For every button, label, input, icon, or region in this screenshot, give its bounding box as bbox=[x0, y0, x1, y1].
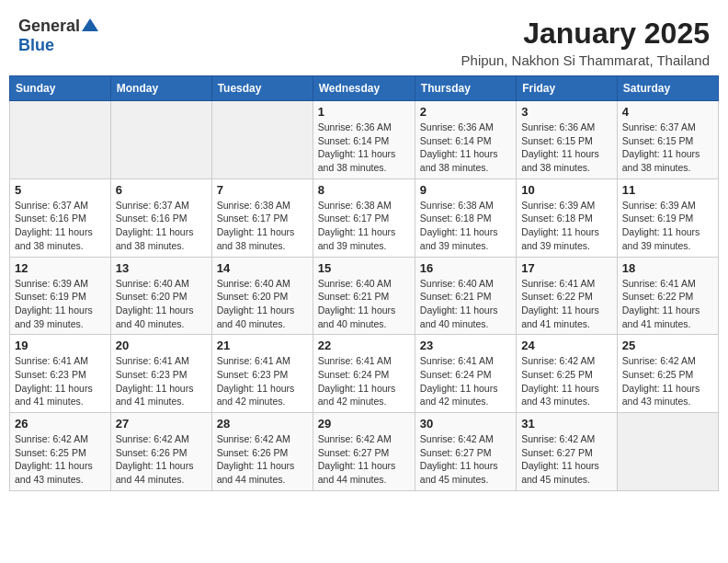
cell-day-number: 7 bbox=[217, 183, 308, 197]
calendar-cell: 12Sunrise: 6:39 AM Sunset: 6:19 PM Dayli… bbox=[10, 257, 111, 335]
calendar-week-row: 19Sunrise: 6:41 AM Sunset: 6:23 PM Dayli… bbox=[10, 335, 719, 413]
cell-day-number: 6 bbox=[116, 183, 207, 197]
cell-daylight-info: Sunrise: 6:42 AM Sunset: 6:27 PM Dayligh… bbox=[318, 432, 410, 487]
calendar-cell: 19Sunrise: 6:41 AM Sunset: 6:23 PM Dayli… bbox=[10, 335, 111, 413]
cell-daylight-info: Sunrise: 6:42 AM Sunset: 6:25 PM Dayligh… bbox=[15, 432, 106, 487]
calendar-cell: 13Sunrise: 6:40 AM Sunset: 6:20 PM Dayli… bbox=[110, 257, 211, 335]
cell-daylight-info: Sunrise: 6:41 AM Sunset: 6:24 PM Dayligh… bbox=[318, 354, 410, 408]
calendar-cell: 25Sunrise: 6:42 AM Sunset: 6:25 PM Dayli… bbox=[617, 335, 718, 413]
cell-day-number: 24 bbox=[521, 339, 612, 352]
cell-daylight-info: Sunrise: 6:40 AM Sunset: 6:21 PM Dayligh… bbox=[318, 277, 410, 331]
calendar-cell: 24Sunrise: 6:42 AM Sunset: 6:25 PM Dayli… bbox=[517, 335, 618, 413]
calendar-week-row: 5Sunrise: 6:37 AM Sunset: 6:16 PM Daylig… bbox=[10, 178, 719, 257]
cell-day-number: 9 bbox=[420, 183, 511, 197]
cell-day-number: 28 bbox=[217, 417, 308, 431]
cell-day-number: 15 bbox=[318, 261, 410, 275]
calendar-cell: 21Sunrise: 6:41 AM Sunset: 6:23 PM Dayli… bbox=[211, 335, 313, 413]
cell-daylight-info: Sunrise: 6:41 AM Sunset: 6:23 PM Dayligh… bbox=[217, 354, 308, 408]
cell-day-number: 30 bbox=[420, 417, 511, 431]
cell-day-number: 13 bbox=[116, 261, 207, 275]
cell-day-number: 29 bbox=[318, 417, 410, 431]
cell-daylight-info: Sunrise: 6:42 AM Sunset: 6:26 PM Dayligh… bbox=[116, 432, 207, 487]
cell-daylight-info: Sunrise: 6:37 AM Sunset: 6:16 PM Dayligh… bbox=[116, 199, 207, 253]
weekday-header: Tuesday bbox=[211, 76, 313, 101]
title-block: January 2025 Phipun, Nakhon Si Thammarat… bbox=[461, 17, 710, 68]
cell-daylight-info: Sunrise: 6:39 AM Sunset: 6:19 PM Dayligh… bbox=[622, 199, 713, 253]
calendar-cell: 23Sunrise: 6:41 AM Sunset: 6:24 PM Dayli… bbox=[415, 335, 516, 413]
month-title: January 2025 bbox=[461, 17, 710, 51]
page-header: General Blue January 2025 Phipun, Nakhon… bbox=[9, 9, 719, 72]
cell-day-number: 18 bbox=[622, 261, 713, 275]
cell-day-number: 4 bbox=[622, 105, 713, 119]
calendar-cell: 8Sunrise: 6:38 AM Sunset: 6:17 PM Daylig… bbox=[313, 178, 415, 257]
calendar-cell bbox=[10, 101, 111, 179]
calendar-cell: 11Sunrise: 6:39 AM Sunset: 6:19 PM Dayli… bbox=[617, 178, 718, 257]
weekday-header: Friday bbox=[517, 76, 618, 101]
cell-daylight-info: Sunrise: 6:42 AM Sunset: 6:25 PM Dayligh… bbox=[622, 354, 713, 408]
cell-daylight-info: Sunrise: 6:38 AM Sunset: 6:17 PM Dayligh… bbox=[217, 199, 308, 253]
calendar-cell: 15Sunrise: 6:40 AM Sunset: 6:21 PM Dayli… bbox=[313, 257, 415, 335]
cell-daylight-info: Sunrise: 6:42 AM Sunset: 6:26 PM Dayligh… bbox=[217, 432, 308, 487]
calendar-cell bbox=[617, 413, 718, 491]
cell-day-number: 3 bbox=[521, 105, 612, 119]
cell-daylight-info: Sunrise: 6:41 AM Sunset: 6:22 PM Dayligh… bbox=[622, 277, 713, 331]
location-text: Phipun, Nakhon Si Thammarat, Thailand bbox=[461, 52, 710, 68]
calendar-cell: 16Sunrise: 6:40 AM Sunset: 6:21 PM Dayli… bbox=[415, 257, 516, 335]
cell-daylight-info: Sunrise: 6:41 AM Sunset: 6:22 PM Dayligh… bbox=[521, 277, 612, 331]
cell-daylight-info: Sunrise: 6:41 AM Sunset: 6:24 PM Dayligh… bbox=[420, 354, 511, 408]
calendar-week-row: 12Sunrise: 6:39 AM Sunset: 6:19 PM Dayli… bbox=[10, 257, 719, 335]
calendar-cell: 10Sunrise: 6:39 AM Sunset: 6:18 PM Dayli… bbox=[517, 178, 618, 257]
cell-day-number: 25 bbox=[622, 339, 713, 352]
cell-day-number: 20 bbox=[116, 339, 207, 352]
cell-day-number: 23 bbox=[420, 339, 511, 352]
calendar-cell: 31Sunrise: 6:42 AM Sunset: 6:27 PM Dayli… bbox=[517, 413, 618, 491]
calendar-cell: 26Sunrise: 6:42 AM Sunset: 6:25 PM Dayli… bbox=[10, 413, 111, 491]
calendar-cell: 27Sunrise: 6:42 AM Sunset: 6:26 PM Dayli… bbox=[110, 413, 211, 491]
cell-day-number: 26 bbox=[15, 417, 106, 431]
calendar-cell: 28Sunrise: 6:42 AM Sunset: 6:26 PM Dayli… bbox=[211, 413, 313, 491]
cell-day-number: 17 bbox=[521, 261, 612, 275]
calendar-cell: 17Sunrise: 6:41 AM Sunset: 6:22 PM Dayli… bbox=[517, 257, 618, 335]
weekday-header: Saturday bbox=[617, 76, 718, 101]
calendar-week-row: 26Sunrise: 6:42 AM Sunset: 6:25 PM Dayli… bbox=[10, 413, 719, 491]
calendar-header-row: SundayMondayTuesdayWednesdayThursdayFrid… bbox=[10, 76, 719, 101]
weekday-header: Monday bbox=[110, 76, 211, 101]
cell-daylight-info: Sunrise: 6:37 AM Sunset: 6:16 PM Dayligh… bbox=[15, 199, 106, 253]
logo: General Blue bbox=[18, 17, 98, 55]
calendar-cell: 29Sunrise: 6:42 AM Sunset: 6:27 PM Dayli… bbox=[313, 413, 415, 491]
cell-daylight-info: Sunrise: 6:37 AM Sunset: 6:15 PM Dayligh… bbox=[622, 121, 713, 175]
cell-day-number: 2 bbox=[420, 105, 511, 119]
cell-daylight-info: Sunrise: 6:36 AM Sunset: 6:14 PM Dayligh… bbox=[318, 121, 410, 175]
cell-daylight-info: Sunrise: 6:36 AM Sunset: 6:15 PM Dayligh… bbox=[521, 121, 612, 175]
calendar-cell: 4Sunrise: 6:37 AM Sunset: 6:15 PM Daylig… bbox=[617, 101, 718, 179]
cell-daylight-info: Sunrise: 6:39 AM Sunset: 6:18 PM Dayligh… bbox=[521, 199, 612, 253]
cell-day-number: 10 bbox=[521, 183, 612, 197]
cell-day-number: 8 bbox=[318, 183, 410, 197]
cell-day-number: 21 bbox=[217, 339, 308, 352]
cell-daylight-info: Sunrise: 6:40 AM Sunset: 6:20 PM Dayligh… bbox=[116, 277, 207, 331]
calendar-cell: 20Sunrise: 6:41 AM Sunset: 6:23 PM Dayli… bbox=[110, 335, 211, 413]
svg-marker-0 bbox=[82, 18, 98, 31]
cell-daylight-info: Sunrise: 6:36 AM Sunset: 6:14 PM Dayligh… bbox=[420, 121, 511, 175]
cell-day-number: 1 bbox=[318, 105, 410, 119]
cell-daylight-info: Sunrise: 6:38 AM Sunset: 6:18 PM Dayligh… bbox=[420, 199, 511, 253]
cell-day-number: 22 bbox=[318, 339, 410, 352]
cell-daylight-info: Sunrise: 6:42 AM Sunset: 6:27 PM Dayligh… bbox=[420, 432, 511, 487]
calendar-cell bbox=[110, 101, 211, 179]
calendar-week-row: 1Sunrise: 6:36 AM Sunset: 6:14 PM Daylig… bbox=[10, 101, 719, 179]
cell-daylight-info: Sunrise: 6:41 AM Sunset: 6:23 PM Dayligh… bbox=[15, 354, 106, 408]
calendar-cell: 1Sunrise: 6:36 AM Sunset: 6:14 PM Daylig… bbox=[313, 101, 415, 179]
calendar-cell: 30Sunrise: 6:42 AM Sunset: 6:27 PM Dayli… bbox=[415, 413, 516, 491]
cell-daylight-info: Sunrise: 6:40 AM Sunset: 6:21 PM Dayligh… bbox=[420, 277, 511, 331]
cell-day-number: 5 bbox=[15, 183, 106, 197]
cell-day-number: 12 bbox=[15, 261, 106, 275]
calendar-cell: 22Sunrise: 6:41 AM Sunset: 6:24 PM Dayli… bbox=[313, 335, 415, 413]
logo-blue-text: Blue bbox=[18, 36, 54, 55]
calendar-table: SundayMondayTuesdayWednesdayThursdayFrid… bbox=[9, 75, 719, 491]
cell-daylight-info: Sunrise: 6:38 AM Sunset: 6:17 PM Dayligh… bbox=[318, 199, 410, 253]
weekday-header: Sunday bbox=[10, 76, 111, 101]
cell-day-number: 11 bbox=[622, 183, 713, 197]
cell-day-number: 16 bbox=[420, 261, 511, 275]
cell-daylight-info: Sunrise: 6:42 AM Sunset: 6:27 PM Dayligh… bbox=[521, 432, 612, 487]
calendar-cell: 6Sunrise: 6:37 AM Sunset: 6:16 PM Daylig… bbox=[110, 178, 211, 257]
